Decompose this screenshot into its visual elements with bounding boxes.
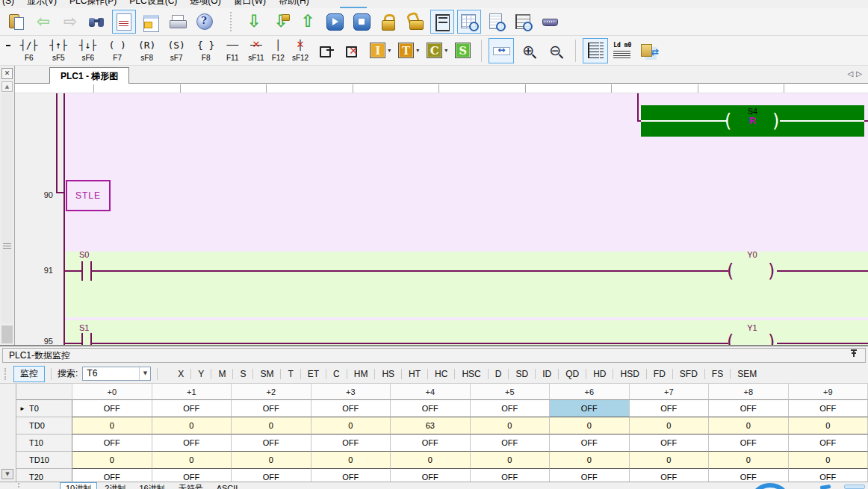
print-button[interactable] <box>166 10 190 34</box>
register-hm-button[interactable]: HM <box>347 367 375 381</box>
cell-t0-plus2[interactable]: OFF <box>232 400 311 417</box>
monitor-toggle-button[interactable]: 监控 <box>13 366 45 382</box>
register-m-button[interactable]: M <box>211 367 232 381</box>
tab-plc1-ladder[interactable]: PLC1 - 梯形图 <box>49 67 129 84</box>
contact-nc-button[interactable]: ┤/├F6 <box>15 37 43 64</box>
contact-falling-button[interactable]: ┤↓├sF6 <box>74 37 102 64</box>
cell-t0-plus9[interactable]: OFF <box>789 400 868 417</box>
instruction-i-button[interactable]: I▾ <box>367 38 394 63</box>
cell-t20-plus6[interactable]: OFF <box>550 469 630 482</box>
cell-td10-plus8[interactable]: 0 <box>709 452 789 469</box>
cell-td0-plus5[interactable]: 0 <box>471 417 551 435</box>
splitter-grip[interactable] <box>3 243 11 249</box>
instruction-list-view-button[interactable] <box>610 38 635 63</box>
cell-td10-plus4[interactable]: 0 <box>391 452 471 469</box>
cell-td0-plus9[interactable]: 0 <box>789 417 868 435</box>
energized-coil-block[interactable]: S4 R <box>641 105 864 137</box>
back-button[interactable] <box>31 10 55 34</box>
scrollbar-thumb[interactable] <box>1 326 13 343</box>
cell-t10-plus5[interactable]: OFF <box>471 435 551 452</box>
cell-t0-plus6[interactable]: OFF <box>550 400 630 417</box>
menu-item-2[interactable]: PLC操作(P) <box>69 0 117 7</box>
stle-instruction-block[interactable]: STLE <box>66 180 111 211</box>
ladder-editor[interactable]: S4 R 90 STLE 91 S0 Y0 95 S1 Y1 <box>15 84 868 345</box>
branch-delete-button[interactable] <box>340 38 365 63</box>
cell-t0-plus4[interactable]: OFF <box>391 400 471 417</box>
cell-td0-plus0[interactable]: 0 <box>72 417 152 435</box>
register-sm-button[interactable]: SM <box>253 367 280 381</box>
coil-reset-button[interactable]: (R)sF8 <box>133 37 161 64</box>
cell-t10-plus0[interactable]: OFF <box>72 435 152 452</box>
register-sfd-button[interactable]: SFD <box>673 367 704 381</box>
cell-t0-plus8[interactable]: OFF <box>709 400 789 417</box>
convert-button[interactable] <box>636 38 662 63</box>
menu-item-4[interactable]: 选项(O) <box>190 0 220 7</box>
cell-t20-plus5[interactable]: OFF <box>471 469 551 482</box>
project-view-button[interactable] <box>112 10 136 34</box>
cell-t20-plus4[interactable]: OFF <box>391 469 471 482</box>
register-c-button[interactable]: C <box>326 367 347 381</box>
zoom-in-button[interactable] <box>515 38 541 63</box>
dropdown-arrow-icon[interactable]: ▾ <box>444 47 447 54</box>
contact-rising-button[interactable]: ┤↑├sF5 <box>44 37 72 64</box>
plc-stop-button[interactable] <box>350 10 373 34</box>
cell-td10-plus2[interactable]: 0 <box>232 452 311 469</box>
cell-t0-plus3[interactable]: OFF <box>311 400 391 417</box>
cell-t0-plus1[interactable]: OFF <box>152 400 232 417</box>
close-icon[interactable]: ✕ <box>1 68 13 79</box>
register-hd-button[interactable]: HD <box>586 367 613 381</box>
instruction-c-button[interactable]: C▾ <box>424 38 450 63</box>
hline-button[interactable]: ──F11 <box>221 37 244 64</box>
zoom-out-button[interactable] <box>542 38 568 63</box>
register-et-button[interactable]: ET <box>301 367 326 381</box>
find-button[interactable] <box>85 10 109 34</box>
cell-td10-plus3[interactable]: 0 <box>311 452 391 469</box>
combo-dropdown-icon[interactable] <box>139 367 150 380</box>
register-s-button[interactable]: S <box>233 367 252 381</box>
register-id-button[interactable]: ID <box>536 367 558 381</box>
instruction-block-button[interactable]: { }F8 <box>192 37 220 64</box>
cell-td10-plus1[interactable]: 0 <box>152 452 232 469</box>
unlock-button[interactable] <box>403 10 427 34</box>
cell-t10-plus6[interactable]: OFF <box>550 435 630 452</box>
cell-t0-plus5[interactable]: OFF <box>471 400 551 417</box>
hline-delete-button[interactable]: ──sF11 <box>245 37 267 64</box>
format-tab-0[interactable]: 10进制 <box>60 482 97 489</box>
paste-button[interactable] <box>4 10 28 34</box>
cell-t10-plus9[interactable]: OFF <box>789 435 868 452</box>
menu-item-1[interactable]: 显示(V) <box>27 0 57 7</box>
register-d-button[interactable]: D <box>489 367 509 381</box>
cell-t0-plus0[interactable]: OFF <box>72 400 152 417</box>
format-tab-1[interactable]: 2进制 <box>99 482 131 489</box>
vline-button[interactable]: │F12 <box>269 37 288 64</box>
coil-y0-paren-left[interactable] <box>727 261 734 281</box>
find-in-ladder-button[interactable] <box>511 10 535 34</box>
cell-td0-plus4[interactable]: 63 <box>391 417 471 435</box>
dropdown-arrow-icon[interactable]: ▾ <box>388 47 391 54</box>
cell-td0-plus7[interactable]: 0 <box>630 417 710 435</box>
register-hc-button[interactable]: HC <box>428 367 454 381</box>
find-in-doc-button[interactable] <box>484 10 508 34</box>
instruction-t-button[interactable]: T▾ <box>395 38 422 63</box>
cell-td0-plus8[interactable]: 0 <box>709 417 789 435</box>
cell-td0-plus3[interactable]: 0 <box>311 417 391 435</box>
scroll-up-icon[interactable]: ▲ <box>1 81 13 92</box>
upload-program-button[interactable] <box>296 10 320 34</box>
row-header-t20[interactable]: T20 <box>16 469 72 482</box>
help-button[interactable] <box>193 10 217 34</box>
search-combobox[interactable]: T6 <box>82 367 151 381</box>
forward-button[interactable] <box>58 10 82 34</box>
register-sem-button[interactable]: SEM <box>731 367 763 381</box>
cell-t10-plus3[interactable]: OFF <box>311 435 391 452</box>
menu-item-3[interactable]: PLC设置(C) <box>129 0 177 7</box>
instruction-s-button[interactable]: S <box>452 38 474 63</box>
cell-t10-plus1[interactable]: OFF <box>152 435 232 452</box>
cell-td0-plus1[interactable]: 0 <box>152 417 232 435</box>
cell-t10-plus4[interactable]: OFF <box>391 435 471 452</box>
coil-set-button[interactable]: (S)sF7 <box>162 37 190 64</box>
cell-t20-plus2[interactable]: OFF <box>232 469 311 482</box>
cell-t20-plus1[interactable]: OFF <box>152 469 232 482</box>
scroll-down-icon[interactable]: ▼ <box>1 469 13 479</box>
register-t-button[interactable]: T <box>281 367 300 381</box>
cell-td10-plus5[interactable]: 0 <box>471 452 551 469</box>
